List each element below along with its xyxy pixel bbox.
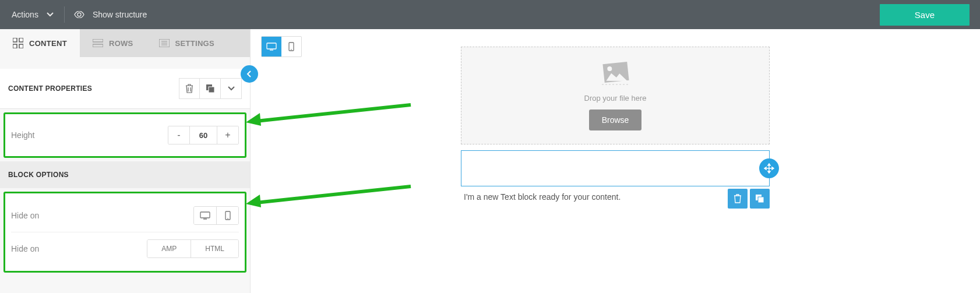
svg-rect-2 xyxy=(13,44,17,48)
top-bar: Actions Show structure Save xyxy=(0,0,980,29)
settings-icon xyxy=(159,39,170,47)
text-block-content: I'm a new Text block ready for your cont… xyxy=(464,192,621,202)
trash-icon xyxy=(734,194,742,203)
svg-rect-12 xyxy=(200,212,210,218)
move-handle[interactable] xyxy=(759,158,779,178)
tab-settings-label: SETTINGS xyxy=(175,39,214,48)
block-options-header: BLOCK OPTIONS xyxy=(0,161,250,188)
hide-on-desktop-button[interactable] xyxy=(194,207,216,224)
sidebar-tabs: CONTENT ROWS SETTINGS xyxy=(0,29,250,57)
tab-content[interactable]: CONTENT xyxy=(0,29,80,57)
hide-on-label-2: Hide on xyxy=(11,244,147,253)
header-actions xyxy=(179,78,242,99)
row-actions xyxy=(728,189,770,209)
sidebar: CONTENT ROWS SETTINGS CONTENT PROPERTIES xyxy=(0,29,251,293)
duplicate-button[interactable] xyxy=(200,78,221,99)
chevron-left-icon xyxy=(246,70,252,78)
hide-on-format-toggle: AMP HTML xyxy=(147,239,239,258)
show-structure-label: Show structure xyxy=(93,10,147,19)
block-options-panel: Hide on Hide on AMP HTML xyxy=(3,192,246,273)
tab-settings[interactable]: SETTINGS xyxy=(146,29,227,57)
svg-rect-0 xyxy=(13,38,17,42)
height-decrement-button[interactable]: - xyxy=(168,126,189,144)
desktop-icon xyxy=(200,211,210,220)
collapse-sidebar-button[interactable] xyxy=(241,65,258,83)
canvas: Drop your file here Browse I'm a new Tex… xyxy=(251,29,980,293)
drop-hint-text: Drop your file here xyxy=(584,94,647,103)
hide-on-html-button[interactable]: HTML xyxy=(191,240,238,257)
svg-rect-24 xyxy=(758,197,764,203)
image-placeholder-icon xyxy=(600,61,631,87)
hide-on-label-1: Hide on xyxy=(11,211,193,220)
content-properties-title: CONTENT PROPERTIES xyxy=(8,84,179,93)
height-stepper: - + xyxy=(168,126,239,144)
row-duplicate-button[interactable] xyxy=(750,189,770,209)
actions-dropdown[interactable]: Actions xyxy=(10,6,55,23)
height-property-panel: Height - + xyxy=(3,112,246,158)
chevron-down-icon xyxy=(47,12,54,17)
eye-icon xyxy=(74,11,84,18)
browse-button[interactable]: Browse xyxy=(589,110,642,130)
hide-on-mobile-button[interactable] xyxy=(216,207,238,224)
height-label: Height xyxy=(11,130,168,140)
height-increment-button[interactable]: + xyxy=(217,126,238,144)
delete-button[interactable] xyxy=(179,78,200,99)
save-button[interactable]: Save xyxy=(880,4,970,26)
svg-point-15 xyxy=(227,218,228,219)
divider xyxy=(64,6,65,23)
hide-on-device-toggle xyxy=(193,206,239,225)
row-delete-button[interactable] xyxy=(728,189,748,209)
copy-icon xyxy=(755,194,764,203)
hide-on-amp-button[interactable]: AMP xyxy=(147,240,191,257)
actions-label: Actions xyxy=(12,10,38,19)
svg-rect-11 xyxy=(209,87,214,93)
tab-rows-label: ROWS xyxy=(109,39,133,48)
tab-rows[interactable]: ROWS xyxy=(80,29,146,57)
trash-icon xyxy=(185,84,193,93)
svg-rect-1 xyxy=(19,38,23,42)
chevron-down-icon xyxy=(227,86,235,91)
svg-rect-4 xyxy=(93,39,103,42)
hide-on-format-row: Hide on AMP HTML xyxy=(11,232,239,265)
mobile-icon xyxy=(225,211,231,220)
svg-rect-5 xyxy=(93,44,103,47)
content-properties-header: CONTENT PROPERTIES xyxy=(0,69,250,109)
collapse-section-button[interactable] xyxy=(221,78,242,99)
main: CONTENT ROWS SETTINGS CONTENT PROPERTIES xyxy=(0,29,980,293)
copy-icon xyxy=(206,84,215,93)
show-structure-toggle[interactable]: Show structure xyxy=(74,10,147,19)
grid-icon xyxy=(13,38,23,48)
tab-content-label: CONTENT xyxy=(29,39,67,48)
text-block[interactable]: I'm a new Text block ready for your cont… xyxy=(461,190,770,204)
hide-on-device-row: Hide on xyxy=(11,199,239,232)
rows-icon xyxy=(93,39,103,47)
move-icon xyxy=(764,163,774,174)
selected-spacer-block[interactable] xyxy=(461,150,770,186)
block-options-title: BLOCK OPTIONS xyxy=(8,171,242,179)
height-input[interactable] xyxy=(189,126,217,144)
image-drop-zone[interactable]: Drop your file here Browse xyxy=(461,47,770,144)
svg-rect-3 xyxy=(19,44,23,48)
